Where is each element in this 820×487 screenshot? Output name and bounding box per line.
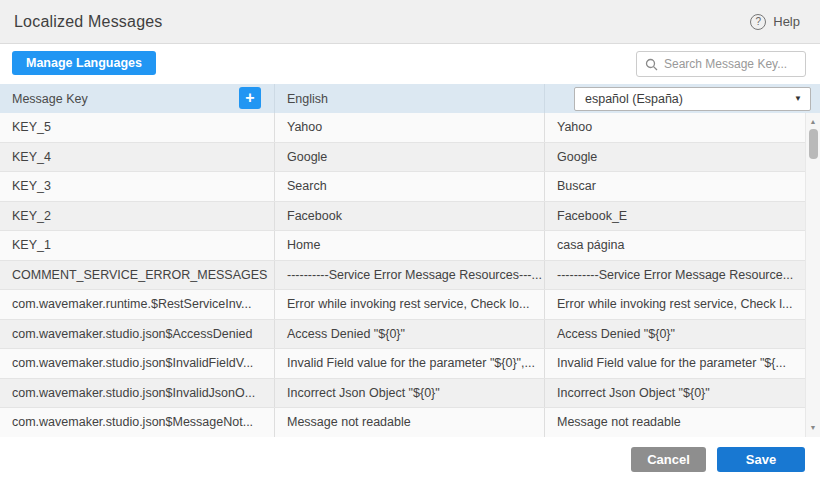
help-label: Help <box>773 14 800 29</box>
footer: Cancel Save <box>0 437 820 487</box>
help-icon: ? <box>750 14 766 30</box>
message-key-cell[interactable]: com.wavemaker.runtime.$RestServiceInv... <box>0 290 275 319</box>
message-key-header-label: Message Key <box>12 92 88 106</box>
english-header-label: English <box>287 92 328 106</box>
message-key-cell[interactable]: KEY_2 <box>0 202 275 231</box>
translation-cell[interactable]: Access Denied "${0}" <box>545 320 805 349</box>
scroll-up-icon[interactable]: ▲ <box>806 115 820 129</box>
english-cell[interactable]: Google <box>275 143 545 172</box>
scroll-down-icon[interactable]: ▼ <box>806 421 820 435</box>
table-header-row: Message Key + English español (España) ▼ <box>0 84 820 113</box>
english-cell[interactable]: Search <box>275 172 545 201</box>
table-row[interactable]: KEY_4 Google Google <box>0 143 805 173</box>
table-row[interactable]: KEY_5 Yahoo Yahoo <box>0 113 805 143</box>
table-scrollbar[interactable]: ▲ ▼ <box>805 113 820 437</box>
translation-cell[interactable]: casa página <box>545 231 805 260</box>
message-key-cell[interactable]: KEY_1 <box>0 231 275 260</box>
translation-cell[interactable]: Incorrect Json Object "${0}" <box>545 379 805 408</box>
column-header-message-key: Message Key + <box>0 84 275 113</box>
column-header-english: English <box>275 84 545 113</box>
english-cell[interactable]: ----------Service Error Message Resource… <box>275 261 545 290</box>
cancel-button[interactable]: Cancel <box>631 447 706 472</box>
manage-languages-button[interactable]: Manage Languages <box>12 51 156 75</box>
translation-cell[interactable]: Facebook_E <box>545 202 805 231</box>
table-row[interactable]: com.wavemaker.studio.json$InvalidFieldV.… <box>0 349 805 379</box>
table-body: KEY_5 Yahoo Yahoo KEY_4 Google Google KE… <box>0 113 805 437</box>
messages-table: Message Key + English español (España) ▼… <box>0 84 820 437</box>
table-row[interactable]: com.wavemaker.studio.json$MessageNot... … <box>0 408 805 437</box>
title-bar: Localized Messages ? Help <box>0 0 820 44</box>
english-cell[interactable]: Yahoo <box>275 113 545 142</box>
language-select[interactable]: español (España) ▼ <box>574 87 811 111</box>
table-row[interactable]: com.wavemaker.studio.json$AccessDenied A… <box>0 320 805 350</box>
search-input[interactable] <box>664 57 797 71</box>
english-cell[interactable]: Access Denied "${0}" <box>275 320 545 349</box>
table-row[interactable]: COMMENT_SERVICE_ERROR_MESSAGES ---------… <box>0 261 805 291</box>
english-cell[interactable]: Incorrect Json Object "${0}" <box>275 379 545 408</box>
chevron-down-icon: ▼ <box>794 94 802 103</box>
scrollbar-thumb[interactable] <box>809 129 818 159</box>
search-box[interactable] <box>636 51 806 77</box>
translation-cell[interactable]: Yahoo <box>545 113 805 142</box>
add-message-key-button[interactable]: + <box>239 87 261 109</box>
table-row[interactable]: KEY_2 Facebook Facebook_E <box>0 202 805 232</box>
message-key-cell[interactable]: KEY_5 <box>0 113 275 142</box>
translation-cell[interactable]: Google <box>545 143 805 172</box>
message-key-cell[interactable]: com.wavemaker.studio.json$InvalidJsonO..… <box>0 379 275 408</box>
message-key-cell[interactable]: KEY_3 <box>0 172 275 201</box>
translation-cell[interactable]: Buscar <box>545 172 805 201</box>
english-cell[interactable]: Home <box>275 231 545 260</box>
translation-cell[interactable]: Invalid Field value for the parameter "$… <box>545 349 805 378</box>
english-cell[interactable]: Error while invoking rest service, Check… <box>275 290 545 319</box>
english-cell[interactable]: Message not readable <box>275 408 545 437</box>
message-key-cell[interactable]: KEY_4 <box>0 143 275 172</box>
column-header-language: español (España) ▼ <box>545 84 820 113</box>
message-key-cell[interactable]: com.wavemaker.studio.json$MessageNot... <box>0 408 275 437</box>
translation-cell[interactable]: Message not readable <box>545 408 805 437</box>
table-row[interactable]: KEY_1 Home casa página <box>0 231 805 261</box>
localized-messages-dialog: Localized Messages ? Help Manage Languag… <box>0 0 820 487</box>
toolbar: Manage Languages <box>0 45 820 84</box>
message-key-cell[interactable]: com.wavemaker.studio.json$InvalidFieldV.… <box>0 349 275 378</box>
search-icon <box>645 58 658 71</box>
english-cell[interactable]: Invalid Field value for the parameter "$… <box>275 349 545 378</box>
table-row[interactable]: com.wavemaker.studio.json$InvalidJsonO..… <box>0 379 805 409</box>
message-key-cell[interactable]: COMMENT_SERVICE_ERROR_MESSAGES <box>0 261 275 290</box>
save-button[interactable]: Save <box>717 447 805 472</box>
page-title: Localized Messages <box>14 13 163 31</box>
table-row[interactable]: KEY_3 Search Buscar <box>0 172 805 202</box>
message-key-cell[interactable]: com.wavemaker.studio.json$AccessDenied <box>0 320 275 349</box>
table-row[interactable]: com.wavemaker.runtime.$RestServiceInv...… <box>0 290 805 320</box>
translation-cell[interactable]: ----------Service Error Message Resource… <box>545 261 805 290</box>
translation-cell[interactable]: Error while invoking rest service, Check… <box>545 290 805 319</box>
help-link[interactable]: ? Help <box>750 14 806 30</box>
english-cell[interactable]: Facebook <box>275 202 545 231</box>
language-select-value: español (España) <box>585 92 683 106</box>
